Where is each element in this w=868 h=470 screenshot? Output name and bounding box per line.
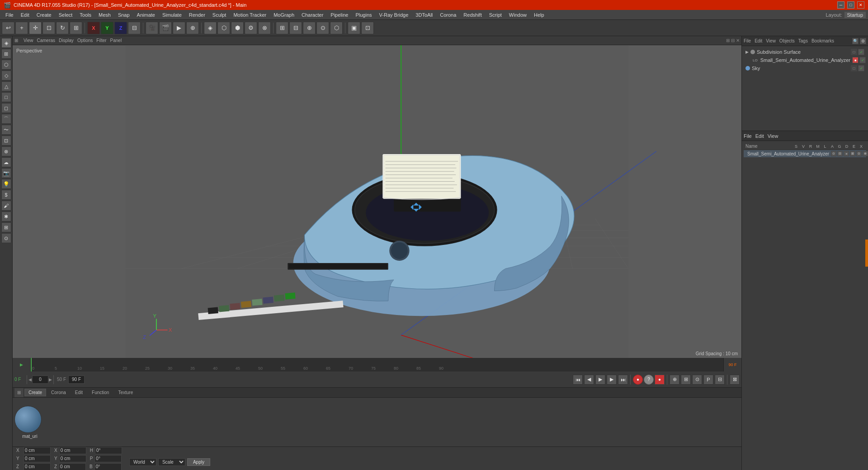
- rotate-tool[interactable]: ↻: [56, 22, 69, 34]
- lt-layer[interactable]: ⬡: [1, 60, 11, 70]
- render3[interactable]: ⊕: [186, 22, 199, 34]
- motion-btn1[interactable]: ⊕: [670, 375, 679, 385]
- snap3[interactable]: ⊕: [303, 22, 316, 34]
- menu-corona[interactable]: Corona: [436, 11, 460, 19]
- tree-item-urine-analyzer[interactable]: LO Small_Semi_Automated_Urine_Analyzer ■…: [744, 56, 866, 64]
- obj-view-btn[interactable]: View: [768, 133, 778, 139]
- menu-window[interactable]: Window: [505, 11, 530, 19]
- layout1[interactable]: ▣: [348, 22, 360, 34]
- z-size-input[interactable]: [59, 463, 86, 470]
- obj-icon-3[interactable]: ≡: [844, 151, 849, 156]
- close-button[interactable]: ✕: [857, 1, 864, 9]
- prev-frame-btn[interactable]: ◀: [584, 375, 594, 385]
- mat-tab-function[interactable]: Function: [88, 389, 113, 396]
- lt-obj3[interactable]: □: [1, 92, 11, 102]
- obj-icon-2[interactable]: ⊟: [837, 151, 843, 156]
- world-select[interactable]: World Object: [129, 458, 156, 466]
- menu-plugins[interactable]: Plugins: [352, 11, 375, 19]
- maximize-button[interactable]: □: [847, 1, 854, 9]
- mode2[interactable]: ⬡: [217, 22, 230, 34]
- vp-tab-filter[interactable]: Filter: [96, 38, 106, 43]
- snap1[interactable]: ⊞: [276, 22, 288, 34]
- mode3[interactable]: ⬢: [231, 22, 244, 34]
- lt-curve[interactable]: ⌒: [1, 114, 11, 124]
- record-btn[interactable]: ●: [633, 375, 643, 385]
- menu-animate[interactable]: Animate: [133, 11, 159, 19]
- menu-render[interactable]: Render: [185, 11, 209, 19]
- menu-select[interactable]: Select: [55, 11, 76, 19]
- menu-script[interactable]: Script: [486, 11, 505, 19]
- x-position-input[interactable]: [24, 447, 51, 454]
- new-object-button[interactable]: +: [15, 22, 28, 34]
- menu-motion-tracker[interactable]: Motion Tracker: [230, 11, 270, 19]
- z-axis-btn[interactable]: Z: [114, 22, 127, 34]
- snap2[interactable]: ⊟: [289, 22, 302, 34]
- scene-view-btn[interactable]: View: [766, 38, 776, 43]
- y-axis-btn[interactable]: Y: [101, 22, 113, 34]
- lt-material[interactable]: $: [1, 190, 11, 200]
- motion-btn2[interactable]: ⊞: [681, 375, 691, 385]
- mode4[interactable]: ⚙: [245, 22, 257, 34]
- obj-icon-4[interactable]: ⊠: [850, 151, 855, 156]
- menu-snap[interactable]: Snap: [114, 11, 133, 19]
- scene-objects-btn[interactable]: Objects: [779, 38, 795, 43]
- tree-icon-visible[interactable]: □: [851, 49, 857, 55]
- mat-panel-icon[interactable]: ⊞: [14, 388, 24, 397]
- lt-deform[interactable]: ⊗: [1, 146, 11, 156]
- render-btn[interactable]: 🎥: [146, 22, 158, 34]
- lt-grid[interactable]: ⊞: [1, 222, 11, 232]
- h-input[interactable]: [95, 447, 122, 454]
- vp-tab-display[interactable]: Display: [59, 38, 74, 43]
- tool4[interactable]: ⊞: [70, 22, 82, 34]
- lt-nurbs[interactable]: ⊡: [1, 136, 11, 146]
- lt-paint[interactable]: 🖌: [1, 201, 11, 211]
- lt-obj1[interactable]: ◇: [1, 70, 11, 80]
- lt-spline[interactable]: 〜: [1, 125, 11, 135]
- y-size-input[interactable]: [59, 455, 86, 462]
- motion-btn5[interactable]: ⊟: [715, 375, 725, 385]
- anim-mode-btn[interactable]: ⊠: [730, 375, 740, 385]
- tree-icon-act-urine[interactable]: ✓: [859, 57, 866, 63]
- apply-button[interactable]: Apply: [187, 458, 210, 466]
- lt-light[interactable]: 💡: [1, 179, 11, 189]
- tree-icon-vis-sky[interactable]: □: [851, 65, 857, 71]
- x-size-input[interactable]: [59, 447, 86, 454]
- x-axis-btn[interactable]: X: [87, 22, 100, 34]
- obj-edit-btn[interactable]: Edit: [755, 133, 764, 139]
- scale-tool[interactable]: ⊡: [42, 22, 55, 34]
- scene-edit-btn[interactable]: Edit: [755, 38, 762, 43]
- tree-icon-active[interactable]: ✓: [858, 49, 864, 55]
- mat-tab-corona[interactable]: Corona: [47, 389, 70, 396]
- lt-env[interactable]: ☁: [1, 157, 11, 167]
- scale-select[interactable]: Scale: [158, 458, 185, 466]
- viewport-3d[interactable]: X Y Z Perspective Grid Spacing : 10 cm: [13, 45, 741, 358]
- vp-tab-options[interactable]: Options: [77, 38, 93, 43]
- go-to-end-btn[interactable]: ⏭: [618, 375, 628, 385]
- scene-tags-btn[interactable]: Tags: [798, 38, 808, 43]
- obj-icon-5[interactable]: ⊙: [856, 151, 862, 156]
- menu-3dtoall[interactable]: 3DToAll: [412, 11, 436, 19]
- end-frame-input[interactable]: [68, 376, 85, 384]
- menu-file[interactable]: File: [2, 11, 17, 19]
- z-position-input[interactable]: [24, 463, 51, 470]
- next-frame-btn[interactable]: ▶: [607, 375, 617, 385]
- object-row-urine[interactable]: Small_Semi_Automated_Urine_Analyzer ⊙ ⊟ …: [744, 150, 866, 157]
- menu-mograph[interactable]: MoGraph: [270, 11, 298, 19]
- tree-item-subdivision[interactable]: ▶ Subdivision Surface □ ✓: [744, 48, 866, 56]
- menu-character[interactable]: Character: [298, 11, 327, 19]
- scene-bookmarks-btn[interactable]: Bookmarks: [811, 38, 834, 43]
- obj-file-btn[interactable]: File: [744, 133, 752, 139]
- undo-button[interactable]: ↩: [2, 22, 14, 34]
- render-settings[interactable]: 🎬: [159, 22, 172, 34]
- menu-pipeline[interactable]: Pipeline: [327, 11, 352, 19]
- layout2[interactable]: ⊡: [361, 22, 374, 34]
- mat-tab-texture[interactable]: Texture: [114, 389, 137, 396]
- scene-gear-icon[interactable]: ⚙: [860, 38, 866, 44]
- lt-obj4[interactable]: ◻: [1, 103, 11, 113]
- go-to-start-btn[interactable]: ⏮: [573, 375, 583, 385]
- lt-checkerboard[interactable]: ⊞: [1, 49, 11, 59]
- lt-obj2[interactable]: △: [1, 81, 11, 91]
- menu-vray[interactable]: V-Ray Bridge: [376, 11, 412, 19]
- b-input[interactable]: [94, 463, 122, 470]
- tree-icon-vis-urine[interactable]: ■: [852, 57, 859, 63]
